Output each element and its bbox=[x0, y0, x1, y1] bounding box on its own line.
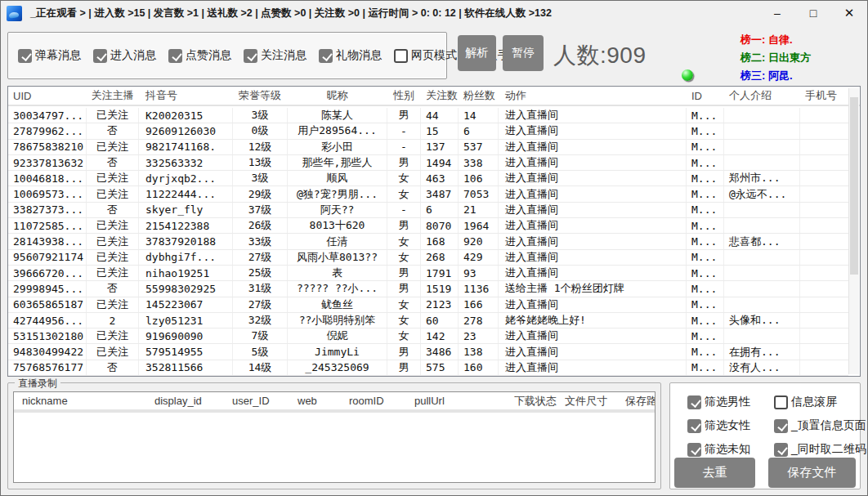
parse-button[interactable]: 解析 bbox=[458, 35, 496, 71]
column-header-bio[interactable]: 个人介绍 bbox=[724, 87, 800, 105]
checkbox-follow-message[interactable]: 关注消息 bbox=[244, 48, 306, 63]
checkbox-filter-female[interactable]: 筛选女性 bbox=[687, 418, 772, 433]
column-header-douyin-id[interactable]: 抖音号 bbox=[139, 87, 233, 105]
save-file-button[interactable]: 保存文件 bbox=[768, 458, 856, 488]
options-panel: 筛选男性信息滚屏筛选女性_顶置信息页面筛选未知_同时取二维码 去重 保存文件 bbox=[669, 382, 861, 489]
minimize-button[interactable]: – bbox=[759, 1, 795, 25]
cell-id: M... bbox=[687, 250, 724, 265]
pause-button[interactable]: 暂停 bbox=[503, 35, 544, 71]
cell-honor-level: 32级 bbox=[233, 313, 288, 328]
checkbox-label: 筛选男性 bbox=[705, 395, 750, 409]
checkbox-enter-message[interactable]: 进入消息 bbox=[93, 48, 156, 63]
table-row[interactable]: 92337813632否33256333213级那些年,那些人男1494338进… bbox=[8, 155, 848, 171]
table-row[interactable]: 95607921174已关注dybhgi7f...27级风雨小草8013??女2… bbox=[8, 250, 848, 266]
cell-uid: 42744956... bbox=[8, 313, 87, 328]
viewer-table: UID关注主播抖音号荣誉等级昵称性别关注数粉丝数动作ID个人介绍手机号 3003… bbox=[7, 86, 861, 377]
checkbox-also-get-qrcode[interactable]: _同时取二维码 bbox=[774, 442, 866, 457]
cell-action: 进入直播间 bbox=[499, 218, 687, 233]
table-row[interactable]: 39666720...已关注nihao1925125级表男179193进入直播间… bbox=[8, 266, 848, 281]
cell-id: M... bbox=[687, 108, 724, 123]
table-row[interactable]: 42744956...2lzy05123132级??小聪明特别笨女60278姥爷… bbox=[8, 313, 848, 328]
table-row[interactable]: 28143938...已关注3783792018833级任清女168920进入直… bbox=[8, 234, 848, 249]
dedupe-button[interactable]: 去重 bbox=[674, 458, 755, 488]
cell-uid: 30034797... bbox=[8, 108, 87, 123]
cell-bio: 郑州市... bbox=[724, 171, 800, 185]
cell-follow-count: 1494 bbox=[421, 155, 459, 170]
leaderboard-rank2: 榜二: 日出東方 bbox=[740, 49, 811, 67]
cell-honor-level: 31级 bbox=[233, 281, 288, 296]
cell-fan-count: 160 bbox=[459, 360, 499, 375]
cell-phone bbox=[800, 360, 848, 375]
table-row[interactable]: 33827373...否skyer_fly37级阿天??-621进入直播间M..… bbox=[8, 203, 848, 218]
cell-bio bbox=[724, 328, 800, 343]
recording-column-header: pullUrl bbox=[406, 395, 485, 407]
checkbox-label: 点赞消息 bbox=[186, 48, 231, 63]
recording-column-header: 保存路径 bbox=[617, 394, 655, 409]
cell-douyin-id: dyrjxqb2... bbox=[139, 171, 233, 185]
recording-column-header: nickname bbox=[14, 395, 146, 407]
table-row[interactable]: 78675838210已关注9821741168.12级彩小田-137537进入… bbox=[8, 140, 848, 155]
table-row[interactable]: 53151302180已关注9196900907级倪妮女14223进入直播间M.… bbox=[8, 328, 848, 344]
cell-gender: 女 bbox=[387, 328, 421, 343]
cell-uid: 10069573... bbox=[8, 186, 87, 201]
checkbox-label: 礼物消息 bbox=[336, 48, 382, 63]
column-header-gender[interactable]: 性别 bbox=[387, 87, 421, 105]
cell-follow-status: 2 bbox=[87, 313, 139, 328]
cell-douyin-id: K20020315 bbox=[139, 108, 233, 123]
cell-phone bbox=[800, 218, 848, 233]
table-scrollbar[interactable] bbox=[848, 88, 859, 374]
recording-column-header: 文件尺寸 bbox=[557, 394, 617, 409]
column-header-uid[interactable]: UID bbox=[8, 87, 87, 105]
checkbox-like-message[interactable]: 点赞消息 bbox=[168, 48, 231, 63]
cell-follow-count: 3486 bbox=[421, 344, 459, 359]
cell-follow-status: 已关注 bbox=[87, 250, 139, 265]
checkbox-danmu-message[interactable]: 弹幕消息 bbox=[18, 48, 81, 63]
cell-action: 进入直播间 bbox=[499, 297, 687, 312]
cell-uid: 27879962... bbox=[8, 123, 87, 138]
table-row[interactable]: 10046818...已关注dyrjxqb2...3级顺风女463106进入直播… bbox=[8, 171, 848, 186]
recording-column-header: roomID bbox=[341, 395, 406, 407]
scrollbar-thumb[interactable] bbox=[850, 97, 858, 275]
close-button[interactable]: ✕ bbox=[831, 1, 867, 25]
cell-gender: 男 bbox=[387, 266, 421, 280]
cell-phone bbox=[800, 123, 848, 138]
table-row[interactable]: 29998945...否5599830292531级????? ??小...男1… bbox=[8, 281, 848, 297]
cell-follow-count: 142 bbox=[421, 328, 459, 343]
table-row[interactable]: 75768576177否35281156614级_245325069男57516… bbox=[8, 360, 848, 376]
checkbox-gift-message[interactable]: 礼物消息 bbox=[319, 48, 382, 63]
column-header-action[interactable]: 动作 bbox=[499, 87, 687, 105]
cell-follow-count: 3487 bbox=[421, 186, 459, 201]
column-header-fan-count[interactable]: 粉丝数 bbox=[459, 87, 499, 105]
recording-column-header: 下载状态 bbox=[485, 394, 557, 409]
checkbox-pin-info-page[interactable]: _顶置信息页面 bbox=[774, 418, 866, 433]
cell-action: 进入直播间 bbox=[499, 360, 687, 375]
recording-panel: 直播录制 nicknamedisplay_iduser_IDwebroomIDp… bbox=[7, 382, 661, 489]
table-row[interactable]: 60365865187已关注14522306727级鱿鱼丝女2123166进入直… bbox=[8, 297, 848, 313]
cell-honor-level: 3级 bbox=[233, 108, 288, 123]
checkbox-filter-unknown[interactable]: 筛选未知 bbox=[687, 442, 772, 457]
table-row[interactable]: 94830499422已关注5795149555级JimmyLi男3486138… bbox=[8, 344, 848, 360]
checkbox-info-scroll[interactable]: 信息滚屏 bbox=[774, 395, 866, 409]
cell-follow-status: 已关注 bbox=[87, 218, 139, 233]
table-row[interactable]: 11072585...已关注215412238826级8013十620男8070… bbox=[8, 218, 848, 234]
column-header-id[interactable]: ID bbox=[687, 87, 724, 105]
column-header-follow-status[interactable]: 关注主播 bbox=[87, 87, 139, 105]
like-message-checkbox-icon bbox=[168, 49, 182, 63]
table-row[interactable]: 27879962...否926091260300级用户289564...-156… bbox=[8, 123, 848, 139]
checkbox-filter-male[interactable]: 筛选男性 bbox=[687, 395, 772, 409]
table-row[interactable]: 10069573...已关注11222444...29级@独?宠?男朋...女3… bbox=[8, 186, 848, 202]
column-header-follow-count[interactable]: 关注数 bbox=[421, 87, 459, 105]
maximize-button[interactable]: □ bbox=[795, 1, 831, 25]
cell-follow-status: 已关注 bbox=[87, 297, 139, 312]
checkbox-web-mode[interactable]: 网页模式 bbox=[394, 48, 457, 63]
cell-follow-status: 已关注 bbox=[87, 344, 139, 359]
toolbar: 弹幕消息进入消息点赞消息关注消息礼物消息网页模式取手机号 解析 暂停 人数:90… bbox=[1, 25, 867, 86]
cell-gender: 女 bbox=[387, 250, 421, 265]
cell-action: 进入直播间 bbox=[499, 108, 687, 123]
cell-honor-level: 0级 bbox=[233, 123, 288, 138]
cell-douyin-id: 145223067 bbox=[139, 297, 233, 312]
column-header-nickname[interactable]: 昵称 bbox=[288, 87, 387, 105]
table-row[interactable]: 30034797...已关注K200203153级陈某人男4414进入直播间M.… bbox=[8, 108, 848, 123]
cell-action: 进入直播间 bbox=[499, 203, 687, 217]
column-header-honor-level[interactable]: 荣誉等级 bbox=[233, 87, 288, 105]
